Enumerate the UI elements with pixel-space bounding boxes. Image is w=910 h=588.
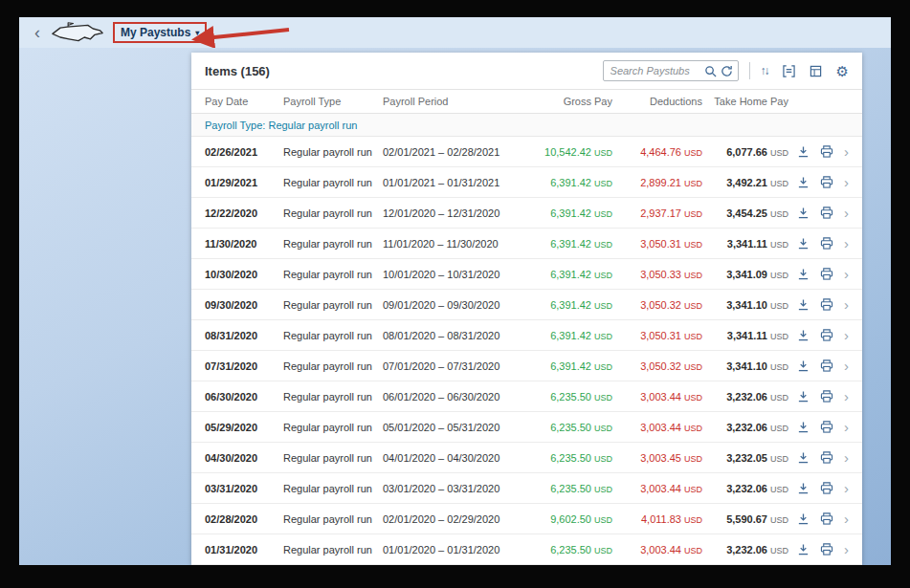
chevron-right-icon[interactable]: › xyxy=(844,512,849,526)
print-icon[interactable] xyxy=(820,237,833,250)
take-home-pay-cell: 3,341.11USD xyxy=(702,238,788,250)
gross-pay-cell: 6,391.42USD xyxy=(526,269,612,280)
download-icon[interactable] xyxy=(797,145,810,158)
sort-icon[interactable]: ↑↓ xyxy=(761,64,768,77)
table-row[interactable]: 09/30/2020 Regular payroll run 09/01/202… xyxy=(191,290,862,320)
print-icon[interactable] xyxy=(820,543,833,555)
payroll-type-cell: Regular payroll run xyxy=(283,238,383,250)
download-icon[interactable] xyxy=(797,543,810,555)
row-actions: › xyxy=(788,267,849,281)
chevron-right-icon[interactable]: › xyxy=(844,481,849,495)
download-icon[interactable] xyxy=(797,329,810,341)
print-icon[interactable] xyxy=(820,451,833,464)
download-icon[interactable] xyxy=(797,268,810,280)
row-actions: › xyxy=(788,389,849,403)
table-row[interactable]: 02/28/2020 Regular payroll run 02/01/202… xyxy=(191,504,862,534)
table-row[interactable]: 01/29/2021 Regular payroll run 01/01/202… xyxy=(191,167,862,198)
payroll-period-cell: 01/01/2021 – 01/31/2021 xyxy=(383,177,526,188)
chevron-right-icon[interactable]: › xyxy=(844,420,849,434)
settings-icon[interactable]: ⚙ xyxy=(836,64,849,78)
download-icon[interactable] xyxy=(797,237,810,250)
table-row[interactable]: 03/31/2020 Regular payroll run 03/01/202… xyxy=(191,473,862,504)
payroll-period-cell: 02/01/2020 – 02/29/2020 xyxy=(383,513,526,525)
print-icon[interactable] xyxy=(820,176,833,188)
download-icon[interactable] xyxy=(797,482,810,494)
table-row[interactable]: 02/26/2021 Regular payroll run 02/01/202… xyxy=(191,137,862,167)
print-icon[interactable] xyxy=(820,268,833,280)
payroll-type-cell: Regular payroll run xyxy=(283,299,383,311)
chevron-right-icon[interactable]: › xyxy=(844,267,849,281)
payroll-period-cell: 10/01/2020 – 10/31/2020 xyxy=(383,269,526,280)
group-header-row: Payroll Type: Regular payroll run xyxy=(191,114,862,137)
payroll-period-cell: 09/01/2020 – 09/30/2020 xyxy=(383,299,526,311)
table-row[interactable]: 05/29/2020 Regular payroll run 05/01/202… xyxy=(191,412,862,443)
gross-pay-cell: 6,235.50USD xyxy=(526,391,612,403)
take-home-pay-cell: 3,232.06USD xyxy=(702,544,788,555)
table-row[interactable]: 07/31/2020 Regular payroll run 07/01/202… xyxy=(191,351,862,381)
gross-pay-cell: 6,235.50USD xyxy=(526,483,612,494)
export-icon[interactable] xyxy=(810,65,822,77)
table-row[interactable]: 04/30/2020 Regular payroll run 04/01/202… xyxy=(191,443,862,473)
print-icon[interactable] xyxy=(820,359,833,372)
download-icon[interactable] xyxy=(797,421,810,433)
search-icon[interactable] xyxy=(704,65,717,77)
personalize-icon[interactable] xyxy=(783,65,795,77)
chevron-right-icon[interactable]: › xyxy=(844,359,849,373)
col-gross-pay: Gross Pay xyxy=(526,96,612,107)
row-actions: › xyxy=(788,236,849,250)
row-actions: › xyxy=(788,481,849,495)
chevron-right-icon[interactable]: › xyxy=(844,450,849,465)
print-icon[interactable] xyxy=(820,390,833,403)
deductions-cell: 3,050.31USD xyxy=(612,238,702,250)
print-icon[interactable] xyxy=(820,329,833,341)
col-pay-date: Pay Date xyxy=(205,96,283,107)
download-icon[interactable] xyxy=(797,512,810,525)
download-icon[interactable] xyxy=(797,390,810,403)
search-input[interactable] xyxy=(610,65,700,76)
deductions-cell: 2,937.17USD xyxy=(612,207,702,219)
chevron-right-icon[interactable]: › xyxy=(844,236,849,250)
pay-date-cell: 01/29/2021 xyxy=(205,177,283,188)
take-home-pay-cell: 3,232.06USD xyxy=(702,483,788,494)
gross-pay-cell: 6,235.50USD xyxy=(526,452,612,464)
download-icon[interactable] xyxy=(797,451,810,464)
payroll-type-cell: Regular payroll run xyxy=(283,360,383,372)
chevron-right-icon[interactable]: › xyxy=(844,175,849,189)
gross-pay-cell: 9,602.50USD xyxy=(526,513,612,525)
col-payroll-period: Payroll Period xyxy=(383,96,526,107)
download-icon[interactable] xyxy=(797,298,810,311)
app-title-dropdown[interactable]: My Paystubs ▾ xyxy=(121,26,199,39)
deductions-cell: 3,003.44USD xyxy=(612,544,702,555)
payroll-type-cell: Regular payroll run xyxy=(283,452,383,464)
chevron-right-icon[interactable]: › xyxy=(844,389,849,403)
gross-pay-cell: 6,391.42USD xyxy=(526,177,612,188)
table-row[interactable]: 08/31/2020 Regular payroll run 08/01/202… xyxy=(191,320,862,351)
take-home-pay-cell: 3,341.10USD xyxy=(702,299,788,311)
table-row[interactable]: 01/31/2020 Regular payroll run 01/01/202… xyxy=(191,534,862,565)
chevron-right-icon[interactable]: › xyxy=(844,144,849,159)
chevron-right-icon[interactable]: › xyxy=(844,542,849,556)
row-actions: › xyxy=(788,420,849,434)
print-icon[interactable] xyxy=(820,421,833,433)
download-icon[interactable] xyxy=(797,359,810,372)
print-icon[interactable] xyxy=(820,482,833,494)
print-icon[interactable] xyxy=(820,298,833,311)
table-row[interactable]: 10/30/2020 Regular payroll run 10/01/202… xyxy=(191,259,862,290)
back-button[interactable]: ‹ xyxy=(31,24,44,41)
table-row[interactable]: 06/30/2020 Regular payroll run 06/01/202… xyxy=(191,381,862,412)
table-row[interactable]: 12/22/2020 Regular payroll run 12/01/202… xyxy=(191,198,862,229)
refresh-icon[interactable] xyxy=(721,65,733,77)
items-count-title: Items (156) xyxy=(205,64,270,78)
chevron-right-icon[interactable]: › xyxy=(844,297,849,312)
print-icon[interactable] xyxy=(820,145,833,158)
payroll-type-cell: Regular payroll run xyxy=(283,269,383,280)
print-icon[interactable] xyxy=(820,512,833,525)
chevron-right-icon[interactable]: › xyxy=(844,206,849,220)
download-icon[interactable] xyxy=(797,176,810,188)
print-icon[interactable] xyxy=(820,207,833,219)
table-row[interactable]: 11/30/2020 Regular payroll run 11/01/202… xyxy=(191,229,862,259)
deductions-cell: 3,050.31USD xyxy=(612,330,702,341)
chevron-right-icon[interactable]: › xyxy=(844,328,849,342)
pay-date-cell: 06/30/2020 xyxy=(205,391,283,403)
download-icon[interactable] xyxy=(797,207,810,219)
